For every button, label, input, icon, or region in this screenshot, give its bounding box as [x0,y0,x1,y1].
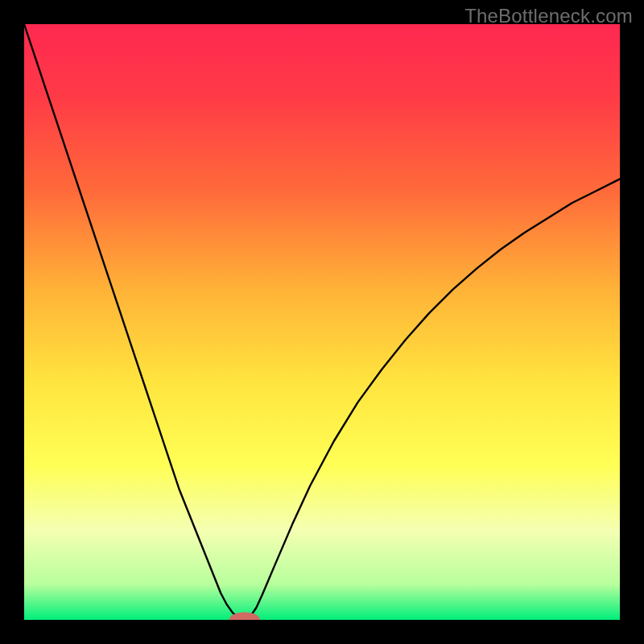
chart-svg [24,24,620,620]
plot-area [24,24,620,620]
chart-frame: TheBottleneck.com [0,0,644,644]
watermark-text: TheBottleneck.com [464,5,633,27]
gradient-background [24,24,620,620]
